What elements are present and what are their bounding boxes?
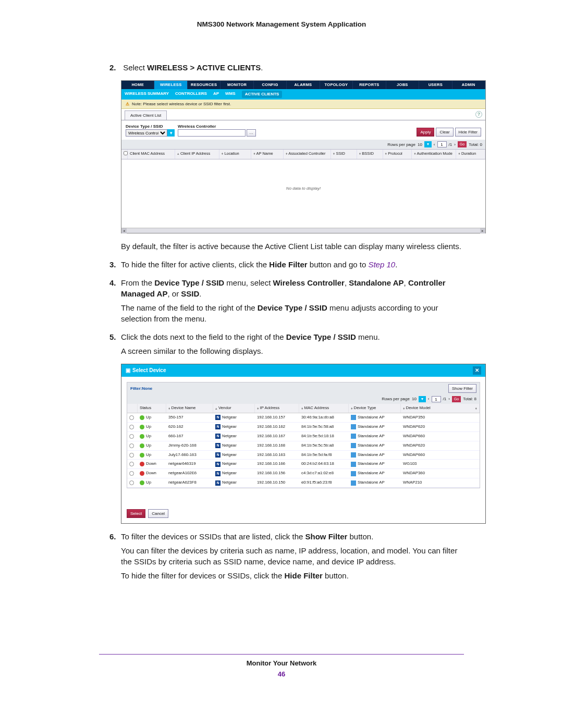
device-type-select[interactable]: Wireless Controller	[126, 129, 167, 137]
hide-filter-button[interactable]: Hide Filter	[455, 128, 481, 137]
rows-per-page-label: Rows per page	[387, 142, 415, 147]
page-input[interactable]	[437, 141, 447, 147]
device-name: netgearA623F8	[166, 478, 213, 487]
page-of: /1	[449, 142, 452, 147]
vendor-text: Netgear	[222, 471, 237, 476]
device-type-icon	[351, 424, 356, 429]
radio-button[interactable]	[129, 453, 134, 458]
status-icon	[140, 462, 144, 466]
scrollbar[interactable]: ◂▸	[121, 228, 485, 233]
filter-label: Device Type / SSID	[126, 124, 175, 129]
go-button[interactable]: Go	[458, 141, 467, 147]
radio-button[interactable]	[129, 425, 134, 429]
device-type-icon	[351, 415, 356, 420]
select-button[interactable]: Select	[127, 509, 145, 518]
nav-resources[interactable]: RESOURCES	[188, 81, 221, 90]
vendor-text: Netgear	[222, 415, 237, 421]
radio-button[interactable]	[129, 462, 134, 466]
wc-input[interactable]	[178, 129, 246, 137]
device-name: netgearA102E6	[166, 469, 213, 478]
ip-address: 192.168.10.166	[255, 460, 299, 468]
sub-nav: WIRELESS SUMMARY CONTROLLERS AP WMS ACTI…	[121, 89, 485, 99]
tab-active-client-list[interactable]: Active Client List	[125, 110, 167, 120]
table-row[interactable]: DownnetgearA102E6NNetgear192.168.10.156c…	[127, 469, 480, 478]
mac-address: e0:91:f5:a6:23:f8	[299, 478, 349, 487]
ip-address: 192.168.10.162	[255, 423, 299, 431]
mac-address: 84:1b:5e:5c:58:a8	[299, 423, 349, 431]
show-filter-button[interactable]: Show Filter	[448, 384, 476, 393]
device-type-icon	[351, 443, 356, 448]
nav-admin[interactable]: ADMIN	[452, 81, 485, 90]
clear-button[interactable]: Clear	[436, 128, 453, 137]
step-link[interactable]: Step 10	[368, 260, 395, 269]
device-type-text: Standalone AP	[358, 471, 385, 476]
subnav-wms[interactable]: WMS	[225, 91, 236, 97]
nav-wireless[interactable]: WIRELESS	[154, 81, 187, 90]
vendor-icon: N	[215, 415, 221, 420]
nav-alarms[interactable]: ALARMS	[287, 81, 320, 90]
chevron-down-icon[interactable]: ▾	[167, 129, 175, 137]
radio-button[interactable]	[129, 443, 134, 448]
vendor-icon: N	[215, 424, 221, 429]
wc-label: Wireless Controller	[178, 124, 256, 129]
device-name: 350-157	[166, 413, 213, 422]
radio-button[interactable]	[129, 434, 134, 439]
step-2: 2. Select WIRELESS > ACTIVE CLIENTS.	[121, 62, 464, 73]
subnav-controllers[interactable]: CONTROLLERS	[175, 91, 207, 97]
prev-icon[interactable]: ‹	[434, 142, 435, 147]
ip-address: 192.168.10.156	[255, 469, 299, 478]
dots-button[interactable]: …	[247, 129, 256, 137]
next-icon[interactable]: ›	[448, 396, 450, 402]
radio-button[interactable]	[129, 415, 134, 420]
chevron-down-icon[interactable]: ▾	[419, 396, 426, 402]
help-icon[interactable]: ?	[475, 111, 482, 118]
device-model: WNDAP620	[401, 441, 480, 450]
table-row[interactable]: UpJuly17-660-163NNetgear192.168.10.16384…	[127, 451, 480, 460]
cancel-button[interactable]: Cancel	[148, 509, 168, 518]
subnav-active-clients[interactable]: ACTIVE CLIENTS	[242, 91, 283, 97]
go-button[interactable]: Go	[452, 396, 461, 402]
device-model: WNDAP660	[401, 451, 480, 460]
table-row[interactable]: UpJimmy-620-168NNetgear192.168.10.16884:…	[127, 441, 480, 451]
nav-monitor[interactable]: MONITOR	[221, 81, 253, 90]
device-type-icon	[351, 480, 356, 486]
next-icon[interactable]: ›	[454, 142, 456, 147]
chevron-down-icon[interactable]: ▾	[424, 141, 432, 147]
status-icon	[140, 453, 144, 458]
dialog-title: Select Device	[132, 367, 166, 373]
nav-reports[interactable]: REPORTS	[353, 81, 386, 90]
status-text: Up	[146, 443, 151, 449]
nav-users[interactable]: USERS	[419, 81, 452, 90]
table-row[interactable]: UpnetgearA623F8NNetgear192.168.10.150e0:…	[127, 478, 480, 488]
apply-button[interactable]: Apply	[417, 128, 434, 137]
table-row[interactable]: Up350-157NNetgear192.168.10.15730:46:9a:…	[127, 413, 480, 423]
device-model: WNAP210	[401, 478, 480, 487]
main-nav: HOME WIRELESS RESOURCES MONITOR CONFIG A…	[121, 81, 485, 90]
nav-jobs[interactable]: JOBS	[386, 81, 419, 90]
table-row[interactable]: Up620-162NNetgear192.168.10.16284:1b:5e:…	[127, 423, 480, 432]
filter-none-link[interactable]: Filter:None	[130, 386, 152, 391]
footer-title: Monitor Your Network	[99, 659, 464, 668]
table-row[interactable]: Up660-167NNetgear192.168.10.16784:1b:5e:…	[127, 432, 480, 441]
close-icon[interactable]: ✕	[473, 366, 481, 375]
status-text: Up	[146, 480, 151, 486]
prev-icon[interactable]: ‹	[428, 396, 430, 402]
select-all-checkbox[interactable]	[124, 151, 128, 155]
subnav-summary[interactable]: WIRELESS SUMMARY	[125, 91, 169, 97]
step-4: 4.From the Device Type / SSID menu, sele…	[121, 277, 464, 324]
vendor-text: Netgear	[222, 434, 237, 439]
ip-address: 192.168.10.167	[255, 432, 299, 441]
status-icon	[140, 471, 144, 476]
device-model: WNDAP660	[401, 432, 480, 441]
step-number: 2.	[109, 62, 121, 73]
device-type-icon	[351, 452, 356, 458]
radio-button[interactable]	[129, 480, 134, 485]
page-input[interactable]	[432, 396, 441, 402]
radio-button[interactable]	[129, 471, 134, 476]
nav-topology[interactable]: TOPOLOGY	[320, 81, 353, 90]
nav-config[interactable]: CONFIG	[254, 81, 287, 90]
nav-home[interactable]: HOME	[121, 81, 154, 90]
table-row[interactable]: Downnetgear646319NNetgear192.168.10.1660…	[127, 460, 480, 469]
subnav-ap[interactable]: AP	[213, 91, 219, 97]
doc-title: NMS300 Network Management System Applica…	[99, 20, 464, 30]
